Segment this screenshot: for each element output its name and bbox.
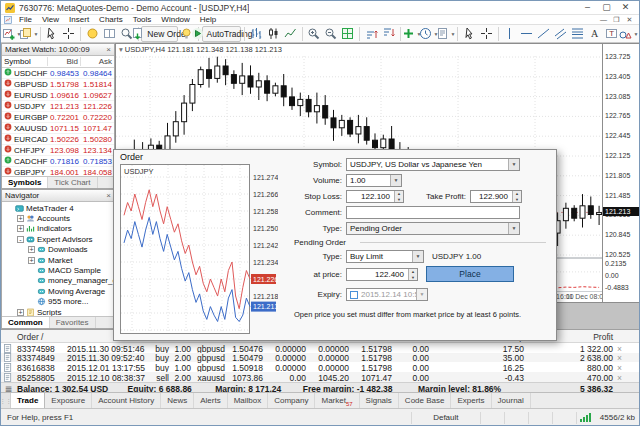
market-watch-row-eurgbp[interactable]: EURGBP0.722010.72220 — [2, 112, 114, 123]
navigator-item-macd-sample[interactable]: MACD Sample — [2, 265, 114, 275]
objects-button[interactable] — [84, 26, 101, 42]
new-order-button[interactable]: New Order — [141, 26, 178, 42]
market-watch-row-usdchf[interactable]: USDCHF0.984530.98464 — [2, 68, 114, 79]
market-watch-row-chfjpy[interactable]: CHFJPY123.098123.134 — [2, 145, 114, 156]
market-watch-row-eurcad[interactable]: EURCAD1.502261.50280 — [2, 134, 114, 145]
place-button[interactable]: Place — [426, 266, 514, 282]
market-watch-tab-symbols[interactable]: Symbols — [2, 177, 48, 188]
chevron-down-icon[interactable]: ▼ — [412, 251, 423, 262]
indicators-button[interactable]: ▼ — [403, 26, 420, 42]
stop-loss-input[interactable]: 122.100 ▲▼ — [346, 190, 404, 203]
channel-button[interactable] — [552, 26, 569, 42]
arrange-down-button[interactable] — [380, 26, 397, 42]
order-row-85258805[interactable]: 852588052015.12.10 08:38:37sell2.00xauus… — [1, 372, 640, 382]
horizontal-line-button[interactable] — [518, 26, 535, 42]
market-watch-tab-tick-chart[interactable]: Tick Chart — [48, 177, 97, 188]
terminal-tab-exposure[interactable]: Exposure — [45, 393, 92, 408]
chevron-down-icon[interactable]: ▼ — [508, 223, 519, 234]
crosshair-tool-button[interactable] — [478, 26, 495, 42]
column-bid[interactable]: Bid — [48, 57, 81, 66]
navigator-close-icon[interactable]: × — [106, 191, 111, 200]
navigator-item-indicators[interactable]: +Indicators — [2, 224, 114, 234]
zoom-out-button[interactable] — [322, 26, 339, 42]
maximize-button[interactable]: ▢ — [597, 1, 616, 14]
navigator-tab-common[interactable]: Common — [2, 317, 50, 328]
menu-item-insert[interactable]: Insert — [64, 15, 94, 24]
market-watch-row-gbpusd[interactable]: GBPUSD1.517981.51814 — [2, 79, 114, 90]
order-row-83374598[interactable]: 833745982015.11.30 09:51:46buy1.00gbpusd… — [1, 343, 640, 353]
terminal-tab-mailbox[interactable]: Mailbox — [228, 393, 269, 408]
menu-item-tools[interactable]: Tools — [128, 15, 157, 24]
profile-indicator[interactable]: Default — [411, 412, 481, 424]
text-button[interactable]: A — [586, 26, 603, 42]
terminal-tab-company[interactable]: Company — [268, 393, 315, 408]
column-symbol[interactable]: Symbol — [2, 57, 48, 66]
terminal-tab-journal[interactable]: Journal — [492, 393, 531, 408]
mdi-restore-icon[interactable]: ❐ — [610, 16, 623, 24]
expand-icon[interactable]: + — [28, 246, 35, 253]
navigator-item-expert-advisors[interactable]: -Expert Advisors — [2, 234, 114, 244]
minimize-button[interactable]: – — [578, 1, 597, 14]
order-type-select[interactable]: Pending Order ▼ — [346, 222, 520, 235]
expiry-select[interactable]: 2015.12.14 10:50 ▼ — [346, 288, 428, 301]
take-profit-spinner[interactable]: ▲▼ — [512, 191, 521, 202]
expand-icon[interactable]: + — [17, 225, 24, 232]
tile-grid-button[interactable] — [339, 26, 356, 42]
close-button[interactable]: ✕ — [616, 1, 635, 14]
terminal-tab-trade[interactable]: Trade — [11, 393, 45, 408]
mdi-minimize-icon[interactable]: — — [597, 16, 610, 24]
column-order[interactable]: Order / — [17, 332, 43, 342]
volume-select[interactable]: 1.00 ▼ — [346, 174, 402, 187]
column-ask[interactable]: Ask — [81, 57, 114, 66]
terminal-tab-market[interactable]: Market57 — [315, 393, 359, 408]
collapse-icon[interactable]: - — [17, 236, 24, 243]
arrange-up-button[interactable] — [363, 26, 380, 42]
chart-collapse-icon[interactable]: ▾ — [119, 45, 123, 54]
menu-item-help[interactable]: Help — [195, 15, 221, 24]
navigator-item-market[interactable]: +Market — [2, 255, 114, 265]
terminal-tab-code-base[interactable]: Code Base — [399, 393, 452, 408]
candlestick-button[interactable] — [265, 26, 282, 42]
price-scale[interactable]: 123.725123.405123.085122.765122.445122.1… — [602, 44, 640, 302]
cursor-button[interactable] — [43, 26, 60, 42]
menu-item-file[interactable]: File — [14, 15, 37, 24]
mdi-close-icon[interactable]: ✕ — [623, 16, 636, 24]
text-label-button[interactable]: T — [603, 26, 620, 42]
fibonacci-button[interactable] — [569, 26, 586, 42]
navigator-item-moving-average[interactable]: Moving Average — [2, 286, 114, 296]
terminal-tab-alerts[interactable]: Alerts — [194, 393, 227, 408]
at-price-spinner[interactable]: ▲▼ — [408, 269, 417, 280]
market-watch-row-usdjpy[interactable]: USDJPY121.213121.226 — [2, 101, 114, 112]
symbol-select[interactable]: USDJPY, US Dollar vs Japanese Yen ▼ — [346, 158, 520, 171]
pointer-tool-button[interactable] — [461, 26, 478, 42]
zoom-in-button[interactable] — [305, 26, 322, 42]
navigator-item-955-more-[interactable]: 955 more... — [2, 297, 114, 307]
line-chart-button[interactable] — [282, 26, 299, 42]
at-price-input[interactable]: 122.400 ▲▼ — [346, 268, 418, 281]
expand-icon[interactable]: + — [28, 257, 35, 264]
comment-input[interactable] — [346, 206, 520, 219]
expand-icon[interactable]: + — [17, 309, 24, 316]
menu-item-charts[interactable]: Charts — [94, 15, 128, 24]
terminal-tab-account-history[interactable]: Account History — [92, 393, 161, 408]
expand-icon[interactable]: + — [17, 215, 24, 222]
trendline-button[interactable] — [535, 26, 552, 42]
navigator-tab-favorites[interactable]: Favorites — [50, 317, 96, 328]
chevron-down-icon[interactable]: ▼ — [416, 289, 427, 300]
menu-item-view[interactable]: View — [37, 15, 64, 24]
vertical-line-button[interactable] — [501, 26, 518, 42]
terminal-tab-news[interactable]: News — [161, 393, 194, 408]
menu-item-window[interactable]: Window — [156, 15, 194, 24]
take-profit-input[interactable]: 122.900 ▲▼ — [470, 190, 522, 203]
pending-type-select[interactable]: Buy Limit ▼ — [346, 250, 424, 263]
market-watch-close-icon[interactable]: × — [106, 45, 111, 54]
market-watch-row-cadchf[interactable]: CADCHF0.718160.71853 — [2, 156, 114, 167]
new-chart-button[interactable]: ▼ — [3, 26, 20, 42]
tile-windows-button[interactable] — [101, 26, 118, 42]
market-watch-row-xauusd[interactable]: XAUUSD1071.151071.47 — [2, 123, 114, 134]
chevron-down-icon[interactable]: ▼ — [508, 159, 519, 170]
arrows-button[interactable]: ▼ — [620, 26, 637, 42]
order-row-83374849[interactable]: 833748492015.11.30 09:52:40buy2.00gbpusd… — [1, 353, 640, 363]
templates-button[interactable]: ▼ — [437, 26, 454, 42]
bar-chart-button[interactable] — [248, 26, 265, 42]
